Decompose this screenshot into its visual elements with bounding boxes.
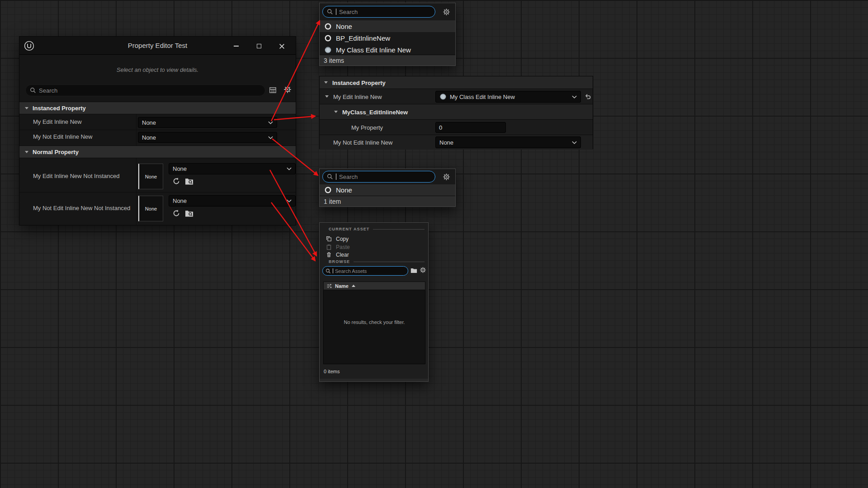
radio-circle-icon — [324, 34, 332, 42]
copy-icon — [326, 236, 332, 242]
asset-search-input[interactable] — [335, 268, 405, 274]
myclass-editinlinenew-row[interactable]: MyClass_EditInlineNew — [320, 104, 593, 120]
not-edit-inline-new-class-dropdown[interactable]: None — [435, 136, 581, 148]
property-label: My Not Edit Inline New — [333, 139, 393, 146]
class-sphere-icon — [439, 93, 447, 100]
chevron-down-icon — [572, 95, 577, 99]
edit-inline-new-class-dropdown[interactable]: My Class Edit Inline New — [435, 91, 581, 103]
dropdown-value: None — [142, 134, 156, 141]
property-label: My Edit Inline New — [333, 94, 382, 100]
class-search-input[interactable] — [339, 9, 431, 15]
asset-thumbnail[interactable]: None — [138, 196, 163, 221]
class-search-bar[interactable] — [322, 171, 435, 183]
column-divider — [136, 158, 137, 225]
radio-circle-icon — [324, 186, 332, 194]
category-instanced-property[interactable]: Instanced Property — [320, 76, 593, 89]
asset-thumbnail[interactable]: None — [138, 164, 163, 189]
not-edit-inline-new-dropdown[interactable]: None — [138, 132, 277, 143]
not-edit-inline-new-not-instanced-dropdown[interactable]: None — [169, 195, 296, 206]
text-caret — [336, 9, 336, 15]
chevron-down-icon — [268, 136, 273, 139]
chevron-down-icon — [572, 141, 577, 144]
class-picker-popup: None BP_EditInlineNew My Class Edit Inli… — [319, 3, 456, 66]
my-property-value-field[interactable]: 0 — [435, 122, 506, 133]
display-filter-icon[interactable] — [269, 86, 277, 94]
clear-menu-item[interactable]: Clear — [326, 251, 425, 258]
search-icon — [30, 87, 36, 94]
heading-divider — [373, 229, 425, 230]
settings-gear-icon[interactable] — [443, 173, 450, 181]
category-instanced-property[interactable]: Instanced Property — [19, 102, 296, 114]
trash-icon — [326, 252, 332, 258]
settings-gear-icon[interactable] — [283, 85, 292, 94]
text-caret — [336, 174, 336, 180]
property-label: My Not Edit Inline New Not Instanced — [33, 205, 130, 211]
class-option-label: None — [336, 186, 352, 194]
name-column-header[interactable]: Name — [323, 282, 425, 290]
class-option-bp-editinlinenew[interactable]: BP_EditInlineNew — [320, 32, 455, 44]
search-icon — [327, 9, 333, 15]
column-label: Name — [335, 283, 349, 289]
edit-inline-new-dropdown[interactable]: None — [138, 117, 277, 128]
dropdown-value: None — [173, 165, 187, 172]
property-label: My Edit Inline New Not Instanced — [33, 173, 119, 179]
clear-label: Clear — [336, 252, 349, 258]
paste-icon — [326, 244, 332, 250]
maximize-icon — [257, 44, 261, 48]
view-options-icon — [326, 283, 332, 289]
search-icon — [326, 268, 331, 274]
use-selected-asset-icon[interactable] — [172, 209, 180, 217]
browse-to-asset-icon[interactable] — [185, 178, 193, 185]
resize-grip[interactable] — [320, 379, 428, 381]
close-icon — [279, 43, 285, 49]
chevron-down-icon — [268, 121, 273, 124]
paste-label: Paste — [336, 244, 350, 250]
thumbnail-label: None — [145, 206, 157, 211]
blueprint-grid-background: Property Editor Test Select an object to… — [0, 0, 868, 488]
minimize-icon — [234, 46, 239, 47]
asset-search-bar[interactable] — [322, 266, 408, 276]
collapse-arrow-icon — [25, 151, 28, 153]
category-normal-property[interactable]: Normal Property — [19, 145, 296, 158]
minimize-button[interactable] — [230, 40, 242, 52]
numeric-value: 0 — [439, 124, 442, 131]
folder-icon[interactable] — [410, 267, 417, 273]
row-divider — [19, 130, 296, 130]
asset-picker-menu: CURRENT ASSET Copy Paste Clear BROWSE — [319, 222, 429, 382]
settings-gear-icon[interactable] — [420, 267, 426, 273]
browse-heading: BROWSE — [329, 259, 350, 264]
category-label: Instanced Property — [33, 105, 86, 112]
class-option-none[interactable]: None — [320, 184, 455, 196]
class-option-my-class-edit-inline-new[interactable]: My Class Edit Inline New — [320, 44, 455, 56]
chevron-down-icon — [287, 199, 292, 202]
search-input[interactable] — [39, 87, 261, 94]
class-search-bar[interactable] — [322, 6, 435, 18]
chevron-down-icon — [287, 167, 292, 170]
dropdown-value: None — [173, 197, 187, 204]
class-search-input[interactable] — [339, 174, 431, 180]
settings-gear-icon[interactable] — [443, 8, 450, 16]
details-search-bar[interactable] — [25, 84, 265, 96]
current-asset-heading-row: CURRENT ASSET — [329, 227, 425, 231]
copy-label: Copy — [336, 236, 349, 242]
asset-count-footer: 0 items — [324, 369, 340, 374]
copy-menu-item[interactable]: Copy — [326, 235, 425, 243]
class-option-none[interactable]: None — [320, 20, 455, 32]
close-button[interactable] — [276, 40, 288, 52]
property-editor-test-window: Property Editor Test Select an object to… — [19, 36, 296, 225]
paste-menu-item[interactable]: Paste — [326, 243, 425, 251]
radio-circle-icon — [324, 23, 332, 30]
reset-to-default-icon[interactable] — [585, 93, 591, 100]
category-label: Instanced Property — [332, 80, 386, 86]
collapse-arrow-icon — [25, 107, 28, 109]
heading-divider — [354, 262, 425, 262]
details-hint-text: Select an object to view details. — [19, 66, 296, 73]
property-label: My Property — [351, 124, 383, 131]
class-option-label: None — [336, 23, 352, 30]
maximize-button[interactable] — [253, 40, 265, 52]
use-selected-asset-icon[interactable] — [172, 177, 180, 185]
browse-to-asset-icon[interactable] — [185, 210, 193, 217]
asset-list-area[interactable] — [323, 290, 425, 364]
current-asset-heading: CURRENT ASSET — [329, 227, 369, 231]
edit-inline-new-not-instanced-dropdown[interactable]: None — [169, 163, 296, 174]
